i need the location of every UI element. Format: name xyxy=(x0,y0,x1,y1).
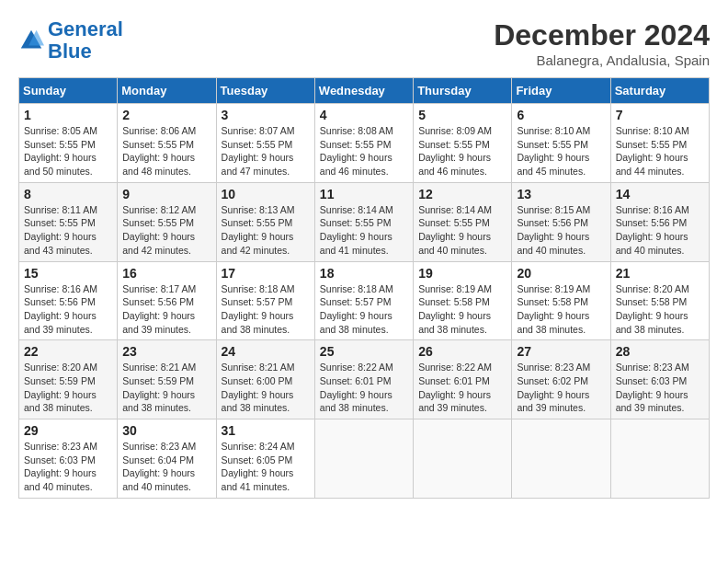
day-number: 11 xyxy=(320,187,408,201)
day-number: 17 xyxy=(222,266,310,281)
day-number: 14 xyxy=(616,187,704,201)
day-number: 2 xyxy=(122,108,210,122)
calendar-day-cell: 5 Sunrise: 8:09 AMSunset: 5:55 PMDayligh… xyxy=(414,104,512,183)
day-number: 29 xyxy=(24,423,112,438)
calendar-day-cell xyxy=(610,419,709,499)
day-info: Sunrise: 8:23 AMSunset: 6:03 PMDaylight:… xyxy=(616,361,704,415)
logo-line2: Blue xyxy=(48,40,92,63)
calendar-table: Sunday Monday Tuesday Wednesday Thursday… xyxy=(18,77,710,499)
calendar-day-cell: 28 Sunrise: 8:23 AMSunset: 6:03 PMDaylig… xyxy=(610,340,709,419)
calendar-day-cell: 31 Sunrise: 8:24 AMSunset: 6:05 PMDaylig… xyxy=(216,419,314,499)
calendar-day-cell: 22 Sunrise: 8:20 AMSunset: 5:59 PMDaylig… xyxy=(19,340,118,419)
day-info: Sunrise: 8:24 AMSunset: 6:05 PMDaylight:… xyxy=(222,440,310,494)
day-info: Sunrise: 8:18 AMSunset: 5:57 PMDaylight:… xyxy=(320,282,408,337)
day-info: Sunrise: 8:17 AMSunset: 5:56 PMDaylight:… xyxy=(122,282,210,337)
logo-line1: General xyxy=(48,17,123,40)
day-info: Sunrise: 8:23 AMSunset: 6:04 PMDaylight:… xyxy=(122,440,210,494)
day-number: 7 xyxy=(616,108,704,122)
header-friday: Friday xyxy=(512,78,610,104)
day-number: 26 xyxy=(418,344,506,359)
day-number: 22 xyxy=(24,344,112,359)
day-number: 9 xyxy=(122,187,210,201)
calendar-day-cell: 29 Sunrise: 8:23 AMSunset: 6:03 PMDaylig… xyxy=(19,419,118,499)
calendar-day-cell xyxy=(512,419,610,499)
day-number: 13 xyxy=(517,187,605,201)
location: Balanegra, Andalusia, Spain xyxy=(494,52,710,68)
calendar-week-row: 29 Sunrise: 8:23 AMSunset: 6:03 PMDaylig… xyxy=(19,419,710,499)
day-info: Sunrise: 8:13 AMSunset: 5:55 PMDaylight:… xyxy=(222,203,310,258)
day-number: 19 xyxy=(418,266,506,281)
day-info: Sunrise: 8:21 AMSunset: 5:59 PMDaylight:… xyxy=(122,361,210,415)
calendar-day-cell: 8 Sunrise: 8:11 AMSunset: 5:55 PMDayligh… xyxy=(19,182,118,261)
day-info: Sunrise: 8:06 AMSunset: 5:55 PMDaylight:… xyxy=(122,124,210,178)
day-number: 6 xyxy=(517,108,605,122)
day-number: 20 xyxy=(517,266,605,281)
day-info: Sunrise: 8:15 AMSunset: 5:56 PMDaylight:… xyxy=(517,203,605,258)
day-info: Sunrise: 8:23 AMSunset: 6:02 PMDaylight:… xyxy=(517,361,605,415)
header-thursday: Thursday xyxy=(414,78,512,104)
day-info: Sunrise: 8:20 AMSunset: 5:58 PMDaylight:… xyxy=(616,282,704,337)
day-info: Sunrise: 8:19 AMSunset: 5:58 PMDaylight:… xyxy=(517,282,605,337)
day-info: Sunrise: 8:22 AMSunset: 6:01 PMDaylight:… xyxy=(320,361,408,415)
calendar-day-cell: 23 Sunrise: 8:21 AMSunset: 5:59 PMDaylig… xyxy=(118,340,216,419)
calendar-day-cell: 24 Sunrise: 8:21 AMSunset: 6:00 PMDaylig… xyxy=(216,340,314,419)
day-number: 16 xyxy=(122,266,210,281)
day-info: Sunrise: 8:18 AMSunset: 5:57 PMDaylight:… xyxy=(222,282,310,337)
weekday-header-row: Sunday Monday Tuesday Wednesday Thursday… xyxy=(19,78,710,104)
calendar-week-row: 8 Sunrise: 8:11 AMSunset: 5:55 PMDayligh… xyxy=(19,182,710,261)
month-title: December 2024 xyxy=(494,18,710,52)
day-number: 5 xyxy=(418,108,506,122)
calendar-week-row: 1 Sunrise: 8:05 AMSunset: 5:55 PMDayligh… xyxy=(19,104,710,183)
day-number: 31 xyxy=(222,423,310,438)
day-info: Sunrise: 8:10 AMSunset: 5:55 PMDaylight:… xyxy=(616,124,704,178)
day-number: 27 xyxy=(517,344,605,359)
day-number: 4 xyxy=(320,108,408,122)
calendar-day-cell: 26 Sunrise: 8:22 AMSunset: 6:01 PMDaylig… xyxy=(414,340,512,419)
day-number: 23 xyxy=(122,344,210,359)
calendar-day-cell: 7 Sunrise: 8:10 AMSunset: 5:55 PMDayligh… xyxy=(610,104,709,183)
calendar-day-cell: 15 Sunrise: 8:16 AMSunset: 5:56 PMDaylig… xyxy=(19,261,118,340)
calendar-week-row: 15 Sunrise: 8:16 AMSunset: 5:56 PMDaylig… xyxy=(19,261,710,340)
day-info: Sunrise: 8:16 AMSunset: 5:56 PMDaylight:… xyxy=(24,282,112,337)
day-number: 12 xyxy=(418,187,506,201)
day-number: 1 xyxy=(24,108,112,122)
calendar-day-cell: 1 Sunrise: 8:05 AMSunset: 5:55 PMDayligh… xyxy=(19,104,118,183)
calendar-day-cell: 16 Sunrise: 8:17 AMSunset: 5:56 PMDaylig… xyxy=(118,261,216,340)
calendar-day-cell xyxy=(414,419,512,499)
day-info: Sunrise: 8:14 AMSunset: 5:55 PMDaylight:… xyxy=(320,203,408,258)
day-number: 28 xyxy=(616,344,704,359)
calendar-day-cell xyxy=(314,419,413,499)
calendar-day-cell: 4 Sunrise: 8:08 AMSunset: 5:55 PMDayligh… xyxy=(314,104,413,183)
day-number: 8 xyxy=(24,187,112,201)
calendar-day-cell: 21 Sunrise: 8:20 AMSunset: 5:58 PMDaylig… xyxy=(610,261,709,340)
calendar-day-cell: 25 Sunrise: 8:22 AMSunset: 6:01 PMDaylig… xyxy=(314,340,413,419)
calendar-day-cell: 19 Sunrise: 8:19 AMSunset: 5:58 PMDaylig… xyxy=(414,261,512,340)
calendar-day-cell: 2 Sunrise: 8:06 AMSunset: 5:55 PMDayligh… xyxy=(118,104,216,183)
day-info: Sunrise: 8:21 AMSunset: 6:00 PMDaylight:… xyxy=(222,361,310,415)
header-tuesday: Tuesday xyxy=(216,78,314,104)
calendar-day-cell: 14 Sunrise: 8:16 AMSunset: 5:56 PMDaylig… xyxy=(610,182,709,261)
day-info: Sunrise: 8:08 AMSunset: 5:55 PMDaylight:… xyxy=(320,124,408,178)
logo-icon xyxy=(18,28,44,53)
day-number: 25 xyxy=(320,344,408,359)
calendar-day-cell: 11 Sunrise: 8:14 AMSunset: 5:55 PMDaylig… xyxy=(314,182,413,261)
day-info: Sunrise: 8:05 AMSunset: 5:55 PMDaylight:… xyxy=(24,124,112,178)
header-monday: Monday xyxy=(118,78,216,104)
calendar-day-cell: 12 Sunrise: 8:14 AMSunset: 5:55 PMDaylig… xyxy=(414,182,512,261)
day-number: 18 xyxy=(320,266,408,281)
logo: General Blue xyxy=(18,18,123,63)
day-info: Sunrise: 8:12 AMSunset: 5:55 PMDaylight:… xyxy=(122,203,210,258)
day-info: Sunrise: 8:16 AMSunset: 5:56 PMDaylight:… xyxy=(616,203,704,258)
day-info: Sunrise: 8:20 AMSunset: 5:59 PMDaylight:… xyxy=(24,361,112,415)
calendar-week-row: 22 Sunrise: 8:20 AMSunset: 5:59 PMDaylig… xyxy=(19,340,710,419)
day-info: Sunrise: 8:14 AMSunset: 5:55 PMDaylight:… xyxy=(418,203,506,258)
day-info: Sunrise: 8:10 AMSunset: 5:55 PMDaylight:… xyxy=(517,124,605,178)
calendar-day-cell: 6 Sunrise: 8:10 AMSunset: 5:55 PMDayligh… xyxy=(512,104,610,183)
day-info: Sunrise: 8:11 AMSunset: 5:55 PMDaylight:… xyxy=(24,203,112,258)
calendar-day-cell: 18 Sunrise: 8:18 AMSunset: 5:57 PMDaylig… xyxy=(314,261,413,340)
calendar-day-cell: 10 Sunrise: 8:13 AMSunset: 5:55 PMDaylig… xyxy=(216,182,314,261)
logo-text: General Blue xyxy=(48,18,123,63)
day-number: 15 xyxy=(24,266,112,281)
calendar-day-cell: 13 Sunrise: 8:15 AMSunset: 5:56 PMDaylig… xyxy=(512,182,610,261)
calendar-day-cell: 3 Sunrise: 8:07 AMSunset: 5:55 PMDayligh… xyxy=(216,104,314,183)
